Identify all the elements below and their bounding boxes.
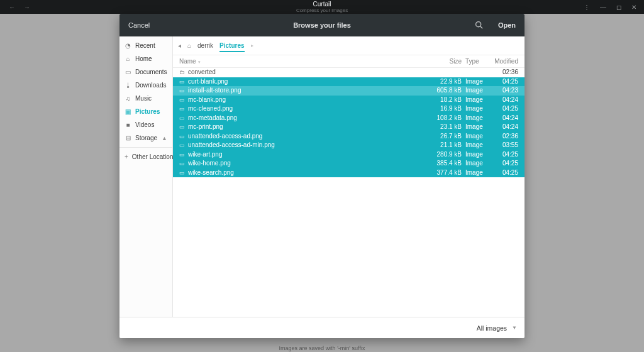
file-modified: 04:25: [491, 77, 518, 87]
file-modified: 03:55: [491, 141, 518, 150]
file-modified: 04:25: [491, 168, 518, 178]
clock-icon: ◔: [125, 42, 131, 49]
column-name-label: Name: [179, 58, 196, 65]
file-name: mc-print.png: [188, 123, 434, 132]
file-type: Image: [465, 123, 491, 132]
file-size: 16.9 kB: [434, 104, 465, 114]
file-row[interactable]: ▭install-alt-store.png605.8 kBImage04:23: [173, 86, 525, 96]
column-modified[interactable]: Modified: [491, 58, 518, 65]
breadcrumb-segment[interactable]: derrik: [197, 42, 213, 49]
sidebar-item-home[interactable]: ⌂Home: [119, 52, 172, 65]
dialog-title: Browse your files: [293, 21, 351, 29]
file-modified: 04:25: [491, 159, 518, 168]
sidebar-item-storage[interactable]: ⊟Storage▲: [119, 131, 172, 145]
search-icon[interactable]: [475, 21, 483, 30]
file-name: unattended-access-ad-min.png: [188, 141, 434, 150]
file-size: 280.9 kB: [434, 150, 465, 160]
file-row[interactable]: ▭unattended-access-ad.png26.7 kBImage02:…: [173, 132, 525, 141]
maximize-icon[interactable]: ◻: [616, 4, 621, 11]
breadcrumb-segment-current[interactable]: Pictures: [219, 42, 244, 52]
minimize-icon[interactable]: —: [600, 4, 606, 11]
sidebar-item-pictures[interactable]: ▣Pictures: [119, 105, 172, 118]
file-row[interactable]: ▭mc-cleaned.png16.9 kBImage04:25: [173, 104, 525, 114]
file-type-filter[interactable]: All images ▼: [477, 324, 517, 332]
videos-icon: ■: [125, 121, 131, 128]
close-icon[interactable]: ✕: [631, 4, 636, 11]
image-file-icon: ▭: [179, 132, 188, 141]
file-name: install-alt-store.png: [188, 86, 434, 96]
file-size: 21.1 kB: [434, 141, 465, 150]
file-size: 108.2 kB: [434, 114, 465, 123]
sidebar-item-label: Home: [135, 55, 152, 62]
nav-forward-icon[interactable]: →: [24, 4, 30, 11]
sort-indicator-icon: ▾: [198, 60, 201, 64]
downloads-icon: ⭳: [125, 82, 131, 89]
file-type: Image: [465, 168, 491, 178]
filter-label: All images: [477, 324, 507, 332]
file-name: wike-art.png: [188, 150, 434, 160]
sidebar-item-label: Videos: [135, 121, 154, 128]
sidebar-item-recent[interactable]: ◔Recent: [119, 39, 172, 52]
sidebar-item-label: Music: [135, 95, 152, 102]
open-button[interactable]: Open: [489, 21, 525, 29]
column-name[interactable]: Name▾: [179, 58, 434, 65]
svg-line-1: [480, 26, 482, 28]
file-row[interactable]: ▭mc-blank.png18.2 kBImage04:24: [173, 96, 525, 105]
music-icon: ♫: [125, 95, 131, 102]
file-row[interactable]: ▭unattended-access-ad-min.png21.1 kBImag…: [173, 141, 525, 150]
eject-icon[interactable]: ▲: [162, 135, 167, 141]
file-name: wike-home.png: [188, 159, 434, 168]
file-size: 26.7 kB: [434, 132, 465, 141]
file-size: 23.1 kB: [434, 123, 465, 132]
file-row[interactable]: ▭curt-blank.png22.9 kBImage04:25: [173, 77, 525, 87]
menu-icon[interactable]: ⋮: [584, 4, 590, 11]
file-row[interactable]: ▭wike-home.png385.4 kBImage04:25: [173, 159, 525, 168]
chevron-right-icon: ▸: [251, 43, 253, 48]
file-modified: 04:24: [491, 123, 518, 132]
column-size[interactable]: Size: [434, 58, 465, 65]
file-row[interactable]: ▭mc-print.png23.1 kBImage04:24: [173, 123, 525, 132]
file-modified: 02:36: [491, 68, 518, 77]
sidebar-item-documents[interactable]: ▭Documents: [119, 65, 172, 79]
svg-point-0: [476, 21, 481, 26]
image-file-icon: ▭: [179, 141, 188, 150]
column-headers: Name▾ Size Type Modified: [173, 55, 525, 68]
file-name: curt-blank.png: [188, 77, 434, 87]
image-file-icon: ▭: [179, 114, 188, 123]
image-file-icon: ▭: [179, 168, 188, 178]
sidebar-item-downloads[interactable]: ⭳Downloads: [119, 79, 172, 92]
file-type: Image: [465, 77, 491, 87]
file-size: 605.8 kB: [434, 86, 465, 96]
sidebar-item-label: Other Locations: [132, 153, 177, 160]
file-name: mc-metadata.png: [188, 114, 434, 123]
file-row[interactable]: ▭wike-art.png280.9 kBImage04:25: [173, 150, 525, 160]
nav-back-icon[interactable]: ←: [9, 4, 15, 11]
dialog-footer: All images ▼: [119, 317, 525, 338]
file-type: Image: [465, 159, 491, 168]
file-name: converted: [188, 68, 434, 77]
file-browser-main: ◂ ⌂ derrik Pictures ▸ Name▾ Size Type Mo…: [173, 36, 525, 317]
file-row[interactable]: ▭wike-search.png377.4 kBImage04:25: [173, 168, 525, 178]
dialog-header: Cancel Browse your files Open: [119, 14, 525, 36]
file-size: 377.4 kB: [434, 168, 465, 178]
file-size: 18.2 kB: [434, 96, 465, 105]
file-modified: 04:25: [491, 104, 518, 114]
file-modified: 04:25: [491, 150, 518, 160]
home-icon: ⌂: [125, 55, 131, 62]
path-back-icon[interactable]: ◂: [178, 42, 181, 49]
sidebar-item-other-locations[interactable]: +Other Locations: [119, 150, 172, 163]
sidebar-item-label: Downloads: [135, 82, 166, 89]
path-home-icon[interactable]: ⌂: [187, 42, 191, 49]
file-type: Image: [465, 150, 491, 160]
sidebar-item-videos[interactable]: ■Videos: [119, 118, 172, 131]
cancel-button[interactable]: Cancel: [119, 21, 158, 29]
places-sidebar: ◔Recent ⌂Home ▭Documents ⭳Downloads ♫Mus…: [119, 36, 173, 317]
file-size: 22.9 kB: [434, 77, 465, 87]
folder-row[interactable]: 🗀converted02:36: [173, 68, 525, 77]
image-file-icon: ▭: [179, 159, 188, 168]
file-row[interactable]: ▭mc-metadata.png108.2 kBImage04:24: [173, 114, 525, 123]
file-modified: 04:23: [491, 86, 518, 96]
file-list[interactable]: 🗀converted02:36▭curt-blank.png22.9 kBIma…: [173, 68, 525, 317]
sidebar-item-music[interactable]: ♫Music: [119, 92, 172, 105]
column-type[interactable]: Type: [465, 58, 491, 65]
